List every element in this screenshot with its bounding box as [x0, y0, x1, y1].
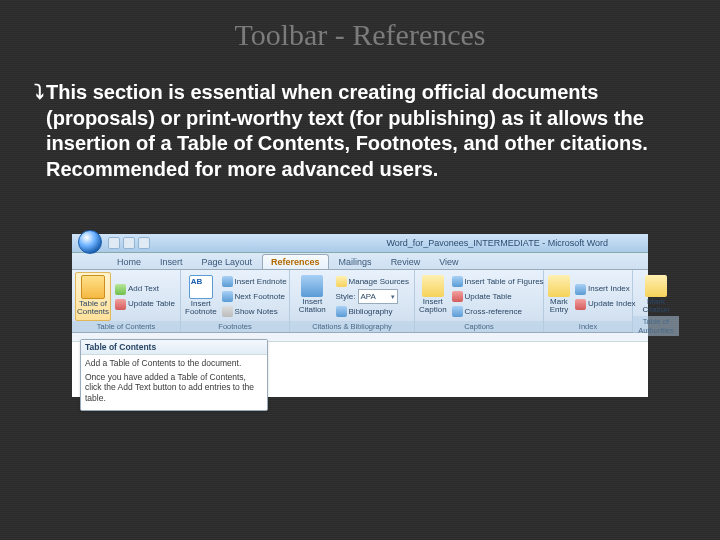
group-citations-label: Citations & Bibliography — [290, 321, 414, 332]
tab-page-layout[interactable]: Page Layout — [193, 254, 262, 269]
cross-reference-button[interactable]: Cross-reference — [450, 305, 546, 319]
bullet-item: ⤵ This section is essential when creatin… — [34, 80, 686, 182]
insert-index-icon — [575, 284, 586, 295]
window-title: Word_for_Pavonees_INTERMEDIATE - Microso… — [386, 238, 608, 248]
insert-endnote-button[interactable]: Insert Endnote — [220, 275, 289, 289]
group-toc: Table of Contents Add Text Update Table … — [72, 270, 181, 332]
window-titlebar: Word_for_Pavonees_INTERMEDIATE - Microso… — [72, 234, 648, 253]
ribbon-groups: Table of Contents Add Text Update Table … — [72, 270, 648, 333]
cross-reference-icon — [452, 306, 463, 317]
tab-review[interactable]: Review — [382, 254, 430, 269]
qat-save-icon[interactable] — [108, 237, 120, 249]
group-captions-label: Captions — [415, 321, 543, 332]
insert-tof-icon — [452, 276, 463, 287]
group-index: Mark Entry Insert Index Update Index Ind… — [544, 270, 633, 332]
group-toa: Mark Citation Table of Authorities — [633, 270, 679, 332]
next-footnote-button[interactable]: Next Footnote — [220, 290, 289, 304]
update-index-icon — [575, 299, 586, 310]
group-footnotes-label: Footnotes — [181, 321, 289, 332]
style-combo[interactable]: APA▾ — [358, 289, 398, 304]
office-button[interactable] — [78, 230, 102, 254]
qat-undo-icon[interactable] — [123, 237, 135, 249]
ribbon-tabs: Home Insert Page Layout References Maili… — [72, 253, 648, 270]
insert-citation-icon — [301, 275, 323, 297]
insert-caption-button[interactable]: Insert Caption — [418, 272, 448, 321]
mark-citation-icon — [645, 275, 667, 297]
insert-endnote-icon — [222, 276, 233, 287]
insert-caption-icon — [422, 275, 444, 297]
bibliography-icon — [336, 306, 347, 317]
qat-redo-icon[interactable] — [138, 237, 150, 249]
update-index-button[interactable]: Update Index — [573, 297, 638, 311]
insert-index-button[interactable]: Insert Index — [573, 282, 638, 296]
bullet-glyph: ⤵ — [34, 80, 44, 182]
manage-sources-button[interactable]: Manage Sources — [334, 275, 411, 289]
toc-super-tooltip: Table of Contents Add a Table of Content… — [80, 339, 268, 411]
tooltip-p1: Add a Table of Contents to the document. — [85, 358, 263, 369]
group-captions: Insert Caption Insert Table of Figures U… — [415, 270, 544, 332]
group-index-label: Index — [544, 321, 632, 332]
style-label: Style: — [336, 293, 356, 301]
mark-entry-icon — [548, 275, 570, 297]
table-of-contents-button[interactable]: Table of Contents — [75, 272, 111, 321]
insert-tof-button[interactable]: Insert Table of Figures — [450, 275, 546, 289]
tooltip-title: Table of Contents — [81, 340, 267, 355]
quick-access-toolbar — [108, 237, 150, 249]
style-row: Style: APA▾ — [334, 290, 411, 304]
manage-sources-icon — [336, 276, 347, 287]
group-footnotes: Insert Footnote Insert Endnote Next Foot… — [181, 270, 290, 332]
tooltip-body: Add a Table of Contents to the document.… — [81, 355, 267, 410]
bullet-text: This section is essential when creating … — [46, 80, 686, 182]
tooltip-p2: Once you have added a Table of Contents,… — [85, 372, 263, 404]
table-of-contents-label: Table of Contents — [77, 300, 109, 317]
slide-title: Toolbar - References — [0, 18, 720, 52]
show-notes-icon — [222, 306, 233, 317]
chevron-down-icon: ▾ — [391, 293, 395, 300]
add-text-icon — [115, 284, 126, 295]
table-of-contents-icon — [81, 275, 105, 299]
mark-citation-button[interactable]: Mark Citation — [636, 272, 676, 316]
tab-insert[interactable]: Insert — [151, 254, 192, 269]
tab-view[interactable]: View — [430, 254, 467, 269]
mark-entry-button[interactable]: Mark Entry — [547, 272, 571, 321]
tab-home[interactable]: Home — [108, 254, 150, 269]
update-table-icon — [115, 299, 126, 310]
group-citations: Insert Citation Manage Sources Style: AP… — [290, 270, 415, 332]
tab-references[interactable]: References — [262, 254, 329, 269]
tab-mailings[interactable]: Mailings — [330, 254, 381, 269]
update-table-button[interactable]: Update Table — [113, 297, 177, 311]
update-tof-button[interactable]: Update Table — [450, 290, 546, 304]
next-footnote-icon — [222, 291, 233, 302]
insert-footnote-button[interactable]: Insert Footnote — [184, 272, 218, 321]
slide: Toolbar - References ⤵ This section is e… — [0, 0, 720, 540]
add-text-button[interactable]: Add Text — [113, 282, 177, 296]
update-tof-icon — [452, 291, 463, 302]
insert-footnote-icon — [189, 275, 213, 299]
document-area: Table of Contents Add a Table of Content… — [72, 333, 648, 397]
show-notes-button[interactable]: Show Notes — [220, 305, 289, 319]
insert-citation-button[interactable]: Insert Citation — [293, 272, 332, 321]
bibliography-button[interactable]: Bibliography — [334, 305, 411, 319]
slide-body: ⤵ This section is essential when creatin… — [34, 80, 686, 182]
group-toc-label: Table of Contents — [72, 321, 180, 332]
word-screenshot: Word_for_Pavonees_INTERMEDIATE - Microso… — [72, 234, 648, 394]
